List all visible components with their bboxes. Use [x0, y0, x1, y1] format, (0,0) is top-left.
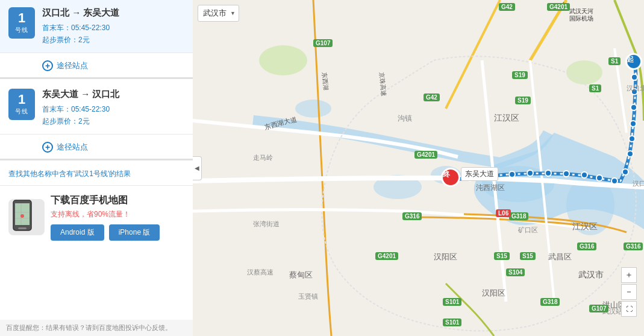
svg-point-32	[630, 121, 636, 127]
svg-text:玉贤镇: 玉贤镇	[298, 293, 318, 300]
line-number-1: 1	[18, 11, 25, 25]
waypoint-text-1: 途径站点	[57, 60, 88, 71]
svg-text:张湾街道: 张湾街道	[253, 220, 280, 227]
route-title-1: 汉口北 → 东吴大道	[42, 7, 184, 19]
ad-banner: 下载百度手机地图 支持离线，省90%流量！ Android 版 iPhone 版	[0, 188, 193, 247]
panel-footer: 百度提醒您：结果有错误？请到百度地图投诉中心反馈。	[0, 320, 193, 336]
route-schedule-text-1: 首末车：05:45-22:30	[42, 24, 110, 32]
svg-point-6	[20, 214, 24, 218]
location-label-end: 东吴大道	[461, 167, 498, 181]
line-badge-1: 1 号线	[8, 7, 35, 39]
svg-point-30	[627, 151, 633, 157]
label-wuchang: 武昌区	[548, 252, 572, 261]
svg-text:汉蔡高速: 汉蔡高速	[247, 268, 274, 276]
line-label-2: 号线	[15, 107, 28, 116]
route-title-2: 东吴大道 → 汉口北	[42, 89, 184, 100]
panel-content: 1 号线 汉口北 → 东吴大道 首末车：05:45-22:30 起步票价：2元 …	[0, 0, 193, 320]
fullscreen-button[interactable]: ⛶	[621, 301, 637, 317]
route-price-1: 起步票价：2元	[42, 36, 90, 44]
collapse-button[interactable]: ◀	[193, 156, 202, 180]
other-results: 查找其他名称中含有'武汉1号线'的结果	[0, 163, 193, 186]
label-hanyang: 汉阳区	[434, 252, 457, 261]
end-marker: 终	[441, 168, 460, 187]
add-icon-1: +	[42, 60, 53, 71]
label-jianghan2: 江汉区	[572, 221, 598, 231]
route-info-1: 汉口北 → 东吴大道 首末车：05:45-22:30 起步票价：2元	[42, 7, 184, 46]
waypoint-text-2: 途径站点	[57, 142, 88, 153]
route-info-2: 东吴大道 → 汉口北 首末车：05:45-22:30 起步票价：2元	[42, 89, 184, 128]
svg-text:汉口北: 汉口北	[627, 84, 644, 92]
other-results-link[interactable]: 查找其他名称中含有'武汉1号线'的结果	[8, 170, 131, 178]
svg-point-23	[527, 170, 533, 176]
iphone-download-button[interactable]: iPhone 版	[109, 224, 160, 241]
route-schedule-2: 首末车：05:45-22:30	[42, 105, 110, 113]
svg-point-22	[509, 171, 515, 177]
svg-text:矿口区: 矿口区	[517, 226, 538, 233]
svg-text:武汉天河: 武汉天河	[569, 8, 593, 14]
svg-text:汉口站: 汉口站	[633, 180, 644, 187]
route-card-2[interactable]: 1 号线 东吴大道 → 汉口北 首末车：05:45-22:30 起步票价：2元	[0, 81, 193, 135]
svg-point-14	[259, 45, 307, 75]
route-price-2: 起步票价：2元	[42, 117, 90, 125]
route-card-1[interactable]: 1 号线 汉口北 → 东吴大道 首末车：05:45-22:30 起步票价：2元	[0, 0, 193, 53]
left-panel: 1 号线 汉口北 → 东吴大道 首末车：05:45-22:30 起步票价：2元 …	[0, 0, 193, 336]
map-controls: ＋ － ⛶	[621, 267, 637, 318]
svg-text:国际机场: 国际机场	[569, 15, 593, 22]
line-label-1: 号线	[15, 26, 28, 34]
svg-point-31	[629, 136, 635, 142]
city-selector[interactable]: 武汉市	[198, 5, 239, 22]
ad-buttons: Android 版 iPhone 版	[51, 224, 184, 241]
footer-text: 百度提醒您：结果有错误？请到百度地图投诉中心反馈。	[6, 324, 172, 331]
svg-point-25	[563, 171, 569, 177]
map-area[interactable]: 东西湖大道 京珠高速 东西湖 江汉区 蔡甸区	[193, 0, 644, 336]
end-marker-circle: 终	[441, 168, 460, 187]
label-hanyang2: 汉阳区	[482, 288, 505, 297]
svg-text:沟镇: 沟镇	[398, 114, 412, 122]
route-schedule-1: 首末车：05:45-22:30 起步票价：2元	[42, 22, 184, 46]
waypoint-row-2[interactable]: + 途径站点	[0, 137, 193, 160]
svg-point-15	[566, 60, 602, 84]
svg-point-33	[631, 104, 637, 110]
zoom-in-button[interactable]: ＋	[621, 267, 637, 283]
svg-point-27	[596, 175, 602, 181]
map-svg: 东西湖大道 京珠高速 东西湖 江汉区 蔡甸区	[193, 0, 644, 336]
label-wuhan: 武汉市	[578, 270, 604, 279]
svg-point-26	[581, 172, 587, 178]
svg-point-29	[622, 169, 628, 175]
ad-phone-graphic	[8, 199, 45, 235]
add-icon-2: +	[42, 142, 53, 153]
start-marker: 起	[625, 53, 642, 70]
label-caidian: 蔡甸区	[289, 270, 313, 279]
line-badge-2: 1 号线	[8, 89, 35, 120]
svg-rect-7	[18, 227, 27, 229]
svg-point-35	[631, 74, 637, 80]
svg-text:走马岭: 走马岭	[253, 154, 273, 161]
svg-point-24	[545, 170, 551, 176]
line-number-2: 1	[18, 93, 25, 106]
label-jianghan: 江汉区	[494, 113, 519, 122]
start-marker-circle: 起	[625, 53, 642, 70]
svg-point-28	[611, 178, 617, 184]
android-download-button[interactable]: Android 版	[51, 224, 104, 241]
city-name: 武汉市	[203, 8, 227, 19]
zoom-out-button[interactable]: －	[621, 284, 637, 300]
svg-point-11	[295, 100, 331, 118]
svg-text:沌西湖区: 沌西湖区	[476, 183, 505, 192]
waypoint-row-1[interactable]: + 途径站点	[0, 55, 193, 79]
ad-subtitle: 支持离线，省90%流量！	[51, 209, 184, 220]
phone-svg	[10, 199, 43, 235]
ad-content: 下载百度手机地图 支持离线，省90%流量！ Android 版 iPhone 版	[51, 194, 184, 241]
route-meta-2: 首末车：05:45-22:30 起步票价：2元	[42, 103, 184, 128]
ad-title: 下载百度手机地图	[51, 194, 184, 207]
